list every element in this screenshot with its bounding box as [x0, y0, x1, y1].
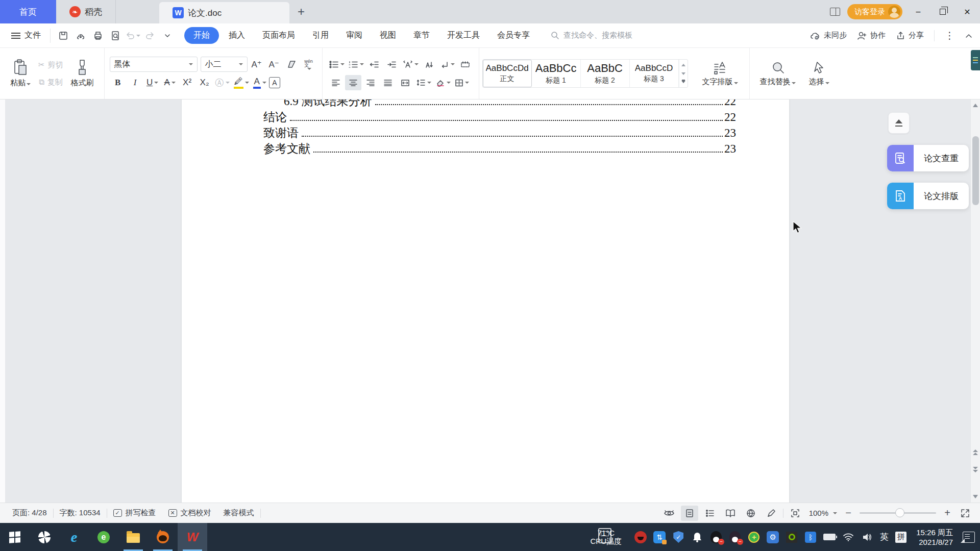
toc-entry[interactable]: 参考文献 23 — [263, 141, 736, 157]
paper-check-button[interactable]: 论文查重 — [887, 145, 969, 171]
strikethrough-button[interactable]: A — [162, 75, 178, 90]
subscript-button[interactable]: X₂ — [197, 75, 213, 90]
menu-tab-page-layout[interactable]: 页面布局 — [255, 27, 303, 44]
cut-button[interactable]: ✂剪切 — [37, 57, 65, 72]
format-painter-button[interactable]: 格式刷 — [68, 48, 97, 99]
find-replace-button[interactable]: 查找替换 — [757, 48, 799, 99]
sync-status-button[interactable]: 未同步 — [810, 31, 847, 40]
taskbar-app-cat[interactable] — [148, 523, 178, 551]
eye-protect-button[interactable] — [660, 506, 678, 521]
toc-entry[interactable]: 6.9 测试结果分析 22 — [263, 99, 736, 109]
tab-home[interactable]: 首页 — [0, 0, 56, 23]
window-layout-icon[interactable] — [830, 8, 840, 16]
language-indicator[interactable]: 英 — [880, 531, 889, 543]
paste-button[interactable]: 粘贴 — [7, 48, 34, 99]
export-pdf-button[interactable] — [73, 29, 88, 43]
taskbar-clock[interactable]: 15:26 周五 2021/8/27 — [913, 528, 956, 547]
tab-document[interactable]: W 论文.doc — [159, 2, 289, 23]
customize-qat-button[interactable] — [160, 29, 175, 43]
justify-button[interactable] — [380, 75, 396, 90]
menu-tab-review[interactable]: 审阅 — [338, 27, 370, 44]
increase-font-button[interactable]: A⁺ — [249, 57, 265, 72]
character-scale-button[interactable] — [401, 57, 420, 72]
compatibility-mode-label[interactable]: 兼容模式 — [217, 508, 260, 518]
undo-button[interactable] — [125, 29, 140, 43]
new-tab-button[interactable]: + — [289, 0, 313, 23]
font-color-button[interactable]: A — [252, 75, 268, 90]
tab-docer[interactable]: ❧ 稻壳 — [56, 0, 116, 23]
document-page[interactable]: 6.9 测试结果分析 22 结论 22 致谢语 23 参考文献 23 — [182, 99, 789, 503]
menu-tab-membership[interactable]: 会员专享 — [489, 27, 537, 44]
style-heading1[interactable]: AaBbCc 标题 1 — [532, 60, 581, 87]
zoom-in-button[interactable]: + — [941, 507, 953, 519]
distribute-button[interactable] — [397, 75, 413, 90]
redo-button[interactable] — [142, 29, 158, 43]
tray-wifi-icon[interactable] — [842, 531, 854, 543]
decrease-indent-button[interactable] — [366, 57, 383, 72]
menu-tab-insert[interactable]: 插入 — [221, 27, 253, 44]
menu-tab-start[interactable]: 开始 — [184, 27, 219, 44]
start-button[interactable] — [0, 523, 30, 551]
guest-login-button[interactable]: 访客登录 — [847, 4, 902, 19]
align-left-button[interactable] — [328, 75, 344, 90]
toc-entry[interactable]: 致谢语 23 — [263, 125, 736, 141]
scroll-thumb[interactable] — [972, 136, 979, 205]
command-search-input[interactable]: 查找命令、搜索模板 — [551, 31, 668, 40]
zoom-level-select[interactable]: 100% — [807, 509, 839, 517]
tray-bluetooth-icon[interactable]: ᛒ — [804, 531, 817, 543]
bullet-list-button[interactable] — [328, 57, 346, 72]
cpu-temp-widget[interactable]: 71°C CPU温度 — [584, 529, 628, 545]
text-tool-button[interactable] — [457, 57, 474, 72]
numbered-list-button[interactable] — [347, 57, 365, 72]
close-button[interactable]: ✕ — [959, 4, 976, 19]
more-options-button[interactable]: ⋮ — [945, 30, 954, 41]
pinyin-guide-button[interactable]: wén文 — [301, 57, 317, 72]
superscript-button[interactable]: X² — [179, 75, 195, 90]
collaborate-button[interactable]: 协作 — [857, 31, 886, 40]
zoom-slider-thumb[interactable] — [895, 508, 904, 517]
tray-sync-icon[interactable]: ⇅ — [653, 531, 666, 543]
action-center-icon[interactable] — [963, 531, 975, 543]
web-view-button[interactable] — [742, 506, 760, 521]
ink-mode-button[interactable] — [763, 506, 780, 521]
menu-tab-section[interactable]: 章节 — [406, 27, 437, 44]
menu-tab-view[interactable]: 视图 — [372, 27, 404, 44]
toc-entry[interactable]: 结论 22 — [263, 109, 736, 125]
page-view-button[interactable] — [681, 506, 698, 521]
spell-check-toggle[interactable]: ✓拼写检查 — [107, 508, 162, 518]
taskbar-app-ie[interactable]: e — [59, 523, 89, 551]
zoom-out-button[interactable]: − — [842, 507, 854, 519]
sort-button[interactable] — [421, 57, 437, 72]
read-mode-button[interactable] — [722, 506, 739, 521]
increase-indent-button[interactable] — [384, 57, 400, 72]
tray-notification-bell-icon[interactable] — [691, 531, 703, 543]
next-page-button[interactable] — [973, 467, 978, 473]
page-indicator[interactable]: 页面: 4/28 — [6, 508, 53, 518]
taskbar-app-pinwheel[interactable] — [30, 523, 59, 551]
tray-nvidia-icon[interactable] — [786, 531, 798, 543]
character-border-button[interactable]: A — [269, 77, 280, 88]
decrease-font-button[interactable]: A⁻ — [266, 57, 282, 72]
taskbar-app-wps[interactable]: W — [178, 523, 207, 551]
style-scroll-up[interactable] — [681, 64, 685, 66]
menu-tab-references[interactable]: 引用 — [305, 27, 336, 44]
copy-button[interactable]: ⧉复制 — [37, 74, 65, 90]
shading-button[interactable] — [434, 75, 452, 90]
taskbar-app-360browser[interactable]: e — [89, 523, 118, 551]
borders-button[interactable] — [453, 75, 471, 90]
word-count[interactable]: 字数: 10534 — [54, 508, 107, 518]
paper-typeset-button[interactable]: A 论文排版 — [887, 183, 969, 209]
proofread-toggle[interactable]: ✕文档校对 — [162, 508, 217, 518]
tray-security-shield-icon[interactable]: ✓ — [672, 531, 684, 543]
tray-health-coin-icon[interactable]: + — [748, 531, 760, 543]
text-layout-button[interactable]: 文字排版 — [699, 59, 741, 88]
share-button[interactable]: 分享 — [896, 31, 924, 40]
outline-view-button[interactable] — [701, 506, 719, 521]
minimize-button[interactable]: – — [910, 4, 927, 19]
align-center-button[interactable] — [345, 75, 361, 90]
line-spacing-button[interactable] — [414, 75, 433, 90]
zoom-slider[interactable] — [860, 512, 936, 514]
style-gallery-more[interactable] — [681, 81, 685, 83]
restore-button[interactable] — [934, 4, 951, 19]
print-preview-button[interactable] — [108, 29, 123, 43]
